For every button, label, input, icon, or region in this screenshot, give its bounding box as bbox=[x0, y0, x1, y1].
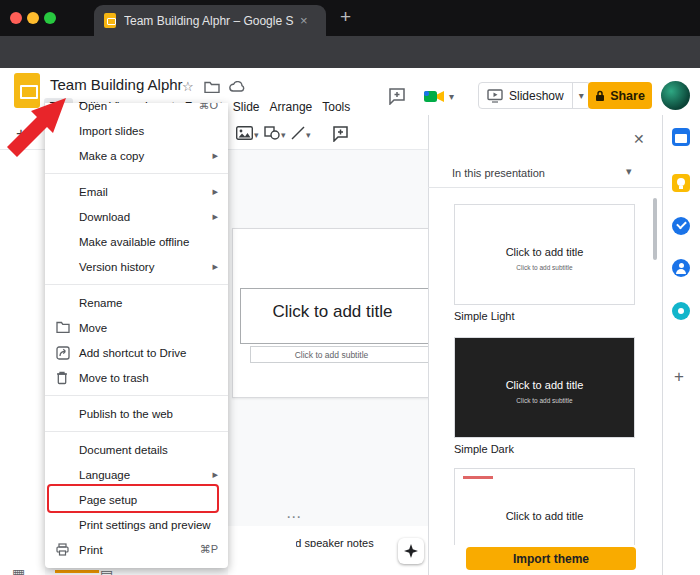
user-avatar[interactable] bbox=[661, 81, 690, 110]
menu-item-make-a-copy[interactable]: Make a copy ▸ bbox=[45, 143, 228, 168]
menu-shortcut: ⌘P bbox=[200, 543, 218, 556]
insert-comment-icon[interactable] bbox=[332, 125, 349, 142]
slideshow-play-icon bbox=[487, 89, 503, 103]
filmstrip-panel bbox=[0, 150, 45, 575]
close-window-button[interactable] bbox=[10, 12, 22, 24]
tab-title: Team Building Alphr – Google S bbox=[124, 14, 294, 28]
menu-item-make-available-offline[interactable]: Make available offline bbox=[45, 229, 228, 254]
contacts-icon[interactable] bbox=[672, 259, 690, 277]
menu-tools[interactable]: Tools bbox=[317, 98, 355, 116]
new-tab-button[interactable]: + bbox=[340, 6, 351, 28]
grid-view-icon[interactable]: ▦ bbox=[12, 566, 25, 575]
browser-tab[interactable]: Team Building Alphr – Google S × bbox=[94, 5, 326, 36]
star-document-icon[interactable]: ☆ bbox=[182, 79, 194, 94]
menu-separator bbox=[45, 395, 228, 396]
minimize-window-button[interactable] bbox=[27, 12, 39, 24]
add-addon-icon[interactable]: + bbox=[674, 367, 684, 387]
menu-item-label: Print bbox=[79, 544, 103, 556]
theme-card-title: Click to add title bbox=[455, 379, 634, 391]
browser-tab-bar: Team Building Alphr – Google S × + bbox=[0, 0, 700, 36]
menu-separator bbox=[45, 173, 228, 174]
close-themes-panel-icon[interactable]: ✕ bbox=[633, 131, 645, 147]
app-window: Team Building Alphr – Google S × + ← → ↻… bbox=[0, 0, 700, 575]
speaker-notes-placeholder-clip[interactable]: Click to add speaker notes bbox=[296, 533, 382, 547]
notes-drag-handle[interactable]: ⋯ bbox=[286, 508, 302, 526]
theme-card-simple-light[interactable]: Click to add title Click to add subtitle bbox=[454, 204, 635, 305]
menu-item-rename[interactable]: Rename bbox=[45, 290, 228, 315]
insert-shape-icon[interactable] bbox=[264, 126, 280, 140]
menu-item-email[interactable]: Email ▸ bbox=[45, 179, 228, 204]
menu-item-download[interactable]: Download ▸ bbox=[45, 204, 228, 229]
slide-title-placeholder[interactable]: Click to add title bbox=[240, 302, 425, 322]
menu-item-print-settings-and-preview[interactable]: Print settings and preview bbox=[45, 512, 228, 537]
menu-item-version-history[interactable]: Version history ▸ bbox=[45, 254, 228, 279]
menu-item-label: Download bbox=[79, 211, 130, 223]
meet-dropdown-icon[interactable]: ▾ bbox=[449, 91, 454, 102]
annotation-highlight-box bbox=[47, 484, 219, 513]
menu-item-publish-to-the-web[interactable]: Publish to the web bbox=[45, 401, 228, 426]
browser-toolbar: ← → ↻ docs.google.com/presentation/d/1tz… bbox=[0, 36, 700, 68]
menu-slide[interactable]: Slide bbox=[228, 98, 265, 116]
print-icon bbox=[56, 543, 70, 557]
submenu-arrow-icon: ▸ bbox=[212, 185, 218, 198]
move-icon bbox=[56, 321, 70, 335]
menu-item-label: Publish to the web bbox=[79, 408, 173, 420]
menu-item-add-shortcut-to-drive[interactable]: Add shortcut to Drive bbox=[45, 340, 228, 365]
themes-scrollbar-thumb[interactable] bbox=[653, 198, 657, 260]
share-button[interactable]: Share bbox=[588, 82, 652, 109]
submenu-arrow-icon: ▸ bbox=[212, 149, 218, 162]
line-dropdown-icon[interactable]: ▾ bbox=[306, 130, 311, 140]
theme-card-partial[interactable]: Click to add title bbox=[454, 468, 635, 545]
theme-card-simple-dark[interactable]: Click to add title Click to add subtitle bbox=[454, 337, 635, 438]
menu-item-label: Make available offline bbox=[79, 236, 189, 248]
menu-item-print[interactable]: Print ⌘P bbox=[45, 537, 228, 562]
trash-icon bbox=[56, 371, 70, 385]
theme-card-subtitle: Click to add subtitle bbox=[455, 397, 634, 404]
menu-shortcut: ⌘O bbox=[198, 103, 218, 112]
menu-item-import-slides[interactable]: Import slides bbox=[45, 118, 228, 143]
menu-item-label: Print settings and preview bbox=[79, 519, 211, 531]
move-folder-icon[interactable] bbox=[204, 81, 220, 93]
comment-icon[interactable] bbox=[388, 87, 406, 105]
maps-icon[interactable] bbox=[672, 302, 690, 320]
insert-image-icon[interactable] bbox=[236, 126, 253, 140]
menu-item-label: Move bbox=[79, 322, 107, 334]
tasks-icon[interactable] bbox=[672, 217, 690, 235]
theme-name: Simple Dark bbox=[454, 443, 514, 455]
tab-close-icon[interactable]: × bbox=[300, 13, 308, 28]
keep-icon[interactable] bbox=[672, 174, 690, 192]
menu-arrange[interactable]: Arrange bbox=[265, 98, 318, 116]
menu-item-move-to-trash[interactable]: Move to trash bbox=[45, 365, 228, 390]
submenu-arrow-icon: ▸ bbox=[212, 210, 218, 223]
menu-addons[interactable]: Add-ons bbox=[355, 98, 356, 116]
cloud-status-icon[interactable] bbox=[228, 81, 246, 93]
slideshow-button[interactable]: Slideshow ▾ bbox=[478, 82, 591, 109]
calendar-icon[interactable] bbox=[672, 128, 690, 146]
explore-button[interactable] bbox=[398, 538, 424, 564]
meet-call-icon[interactable] bbox=[424, 89, 445, 104]
share-lock-icon bbox=[595, 90, 605, 102]
themes-section-chevron-icon[interactable]: ▾ bbox=[626, 165, 632, 178]
menu-item-label: Rename bbox=[79, 297, 122, 309]
zoom-window-button[interactable] bbox=[44, 12, 56, 24]
menu-item-label: Import slides bbox=[79, 125, 144, 137]
theme-card-title: Click to add title bbox=[455, 510, 634, 522]
slide-subtitle-placeholder[interactable]: Click to add subtitle bbox=[250, 350, 413, 360]
import-theme-button[interactable]: Import theme bbox=[466, 547, 636, 570]
filmstrip-view-icon[interactable]: ▤ bbox=[100, 567, 113, 575]
menu-item-open[interactable]: Open ⌘O bbox=[45, 103, 228, 118]
menu-item-label: Document details bbox=[79, 444, 168, 456]
image-dropdown-icon[interactable]: ▾ bbox=[254, 130, 259, 140]
shape-dropdown-icon[interactable]: ▾ bbox=[281, 130, 286, 140]
menu-item-document-details[interactable]: Document details bbox=[45, 437, 228, 462]
theme-name: Simple Light bbox=[454, 310, 515, 322]
menu-item-label: Language bbox=[79, 469, 130, 481]
menu-separator bbox=[45, 431, 228, 432]
menu-item-move[interactable]: Move bbox=[45, 315, 228, 340]
insert-line-icon[interactable] bbox=[291, 126, 305, 140]
themes-card-list: Click to add title Click to add subtitle… bbox=[428, 188, 654, 545]
annotation-arrow bbox=[2, 88, 72, 178]
menu-item-label: Version history bbox=[79, 261, 154, 273]
explore-star-icon bbox=[404, 544, 418, 558]
submenu-arrow-icon: ▸ bbox=[212, 468, 218, 481]
